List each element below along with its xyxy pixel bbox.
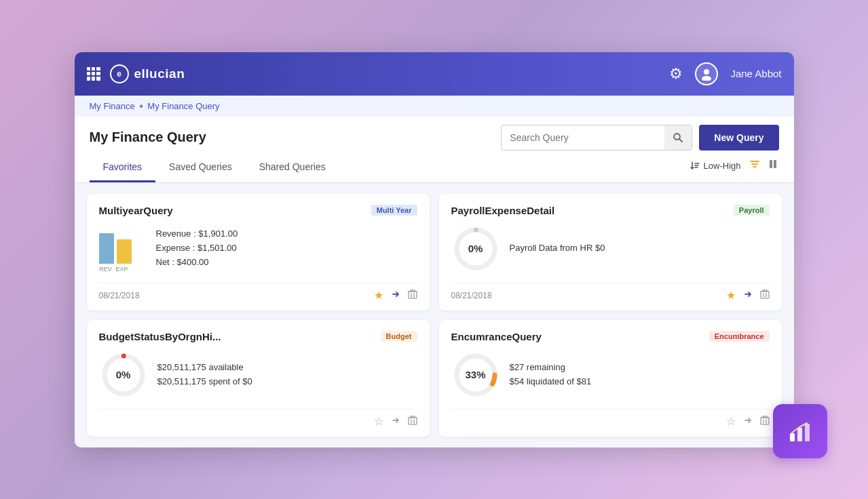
svg-rect-6 [409,292,417,298]
multiyear-expense: Expense : $1,501.00 [156,241,417,256]
logo-text: ellucian [134,66,185,81]
card-payroll-header: PayrollExpenseDetail Payroll [451,205,770,216]
bar-exp-label: EXP [115,266,129,273]
svg-rect-15 [761,418,769,424]
card-multiyear-actions: ★ [374,289,417,302]
logo-circle-icon: e [110,64,129,83]
sort-label: Low-High [704,161,741,171]
card-encumbrance-body: 33% $27 remaining $54 liquidated of $81 [451,351,770,399]
budget-delete-icon[interactable] [408,415,417,428]
card-encumbrance-badge: Encumbrance [709,331,770,342]
svg-point-0 [704,69,709,75]
user-avatar-icon[interactable] [695,62,718,85]
card-budget-header: BudgetStatusByOrgnHi... Budget [99,331,417,342]
card-multiyear-body: REV EXP Revenue : $1,901.00 Expense : $1… [99,224,417,273]
card-payroll-badge: Payroll [734,205,770,216]
sort-button[interactable]: Low-High [690,160,741,171]
floating-chart-icon [787,418,813,444]
main-window: e ellucian ⚙ Jane Abbot My Finance ● My … [75,52,794,447]
encumbrance-remaining: $27 remaining [510,361,770,375]
multiyear-net: Net : $400.00 [156,256,417,270]
star-icon[interactable]: ★ [374,289,383,302]
card-payroll-info: Payroll Data from HR $0 [510,241,770,256]
toolbar: My Finance Query New Query [75,117,794,151]
card-payroll-footer: 08/21/2018 ★ [451,283,770,302]
budget-share-icon[interactable] [390,415,401,428]
payroll-donut: 0% [451,224,500,273]
payroll-info-text: Payroll Data from HR $0 [510,241,770,256]
svg-line-3 [679,139,682,142]
search-button[interactable] [664,125,692,150]
card-budget-footer: ☆ [99,409,417,428]
card-budget-actions: ☆ [374,415,417,428]
card-encumbrance-actions: ☆ [726,415,770,428]
page-title: My Finance Query [90,129,206,145]
tab-favorites[interactable]: Favorites [90,153,156,182]
multiyear-chart: REV EXP [99,225,147,273]
tab-saved-queries[interactable]: Saved Queries [155,153,246,182]
budget-star-icon[interactable]: ☆ [374,415,383,428]
settings-icon[interactable]: ⚙ [669,65,683,83]
payroll-delete-icon[interactable] [760,289,770,302]
new-query-button[interactable]: New Query [699,125,778,151]
svg-rect-17 [797,428,802,441]
budget-available: $20,511,175 available [157,361,417,375]
card-encumbrance-info: $27 remaining $54 liquidated of $81 [510,361,770,389]
card-multiyear-header: MultiyearQuery Multi Year [99,205,417,216]
breadcrumb: My Finance ● My Finance Query [75,96,794,117]
encumbrance-star-icon[interactable]: ☆ [726,415,736,428]
card-payroll-date: 08/21/2018 [451,291,492,300]
svg-rect-12 [409,418,417,424]
card-encumbrance-header: EncumranceQuery Encumbrance [451,331,770,342]
encumbrance-donut: 33% [451,351,500,399]
card-multiyear-footer: 08/21/2018 ★ [99,283,417,302]
breadcrumb-separator: ● [139,102,144,110]
card-budget-body: 0% $20,511,175 available $20,511,175 spe… [99,351,417,399]
card-multiyear-date: 08/21/2018 [99,291,140,300]
grid-icon[interactable] [87,67,100,81]
card-encumbrance: EncumranceQuery Encumbrance 33% $27 rema… [439,320,782,437]
cards-grid: MultiyearQuery Multi Year REV EXP [75,183,794,447]
floating-analytics-widget[interactable] [773,404,827,458]
bar-revenue [99,233,114,264]
tabs-bar: Favorites Saved Queries Shared Queries L… [75,153,794,183]
breadcrumb-link-query[interactable]: My Finance Query [147,101,219,111]
search-input[interactable] [502,132,664,143]
delete-icon[interactable] [408,289,417,302]
svg-rect-4 [770,160,772,168]
card-budget: BudgetStatusByOrgnHi... Budget 0% $20,51… [87,320,430,437]
breadcrumb-link-finance[interactable]: My Finance [90,101,135,111]
tabs-controls: Low-High [690,159,779,177]
svg-rect-9 [761,292,769,298]
header-right: ⚙ Jane Abbot [669,62,781,85]
card-multiyear: MultiyearQuery Multi Year REV EXP [87,194,430,311]
card-budget-title: BudgetStatusByOrgnHi... [99,331,221,342]
toolbar-right: New Query [501,125,778,151]
header-logo: e ellucian [87,64,670,83]
tab-shared-queries[interactable]: Shared Queries [246,153,339,182]
payroll-share-icon[interactable] [742,289,753,302]
svg-rect-5 [774,160,776,168]
filter-icon[interactable] [749,159,760,173]
search-box [501,125,692,151]
columns-icon[interactable] [768,159,779,173]
svg-point-1 [702,76,711,81]
card-payroll-title: PayrollExpenseDetail [451,205,555,216]
bar-expense [117,239,132,264]
svg-rect-16 [790,433,795,441]
svg-rect-18 [805,424,810,441]
card-multiyear-title: MultiyearQuery [99,205,173,216]
payroll-star-icon[interactable]: ★ [726,289,736,302]
share-icon[interactable] [390,289,401,302]
bar-rev-label: REV [99,266,113,273]
card-multiyear-info: Revenue : $1,901.00 Expense : $1,501.00 … [156,227,417,269]
user-name: Jane Abbot [730,68,781,79]
card-payroll: PayrollExpenseDetail Payroll 0% Payroll … [439,194,782,311]
app-header: e ellucian ⚙ Jane Abbot [75,52,794,96]
multiyear-revenue: Revenue : $1,901.00 [156,227,417,241]
budget-spent: $20,511,175 spent of $0 [157,375,417,389]
encumbrance-share-icon[interactable] [742,415,753,428]
card-budget-info: $20,511,175 available $20,511,175 spent … [157,361,417,389]
encumbrance-delete-icon[interactable] [760,415,770,428]
card-payroll-actions: ★ [726,289,770,302]
